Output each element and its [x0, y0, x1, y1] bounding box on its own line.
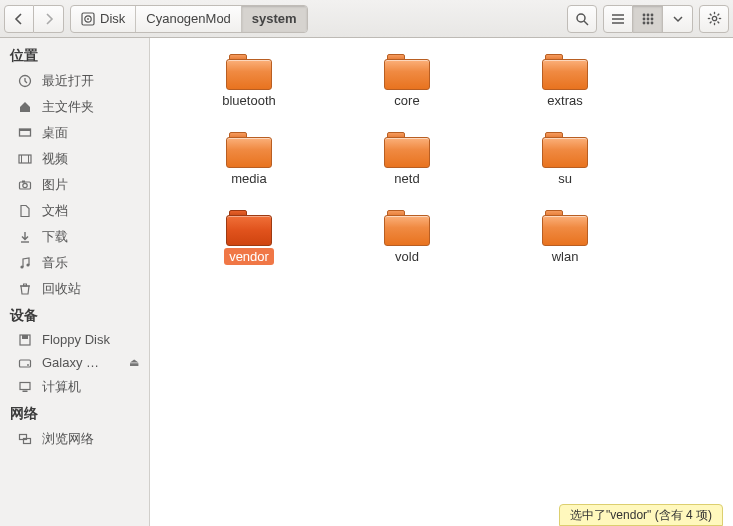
sidebar-item[interactable]: 下载	[0, 224, 149, 250]
sidebar-item-label: 下载	[42, 228, 68, 246]
icon-view-button[interactable]	[633, 5, 663, 33]
folder-item[interactable]: media	[170, 130, 328, 208]
folder-item[interactable]: su	[486, 130, 644, 208]
file-view[interactable]: bluetoothcoreextrasmedianetdsuvendorvold…	[150, 38, 733, 526]
svg-line-22	[709, 14, 711, 16]
svg-point-13	[650, 17, 653, 20]
home-icon	[18, 100, 34, 114]
sidebar-item-label: 文档	[42, 202, 68, 220]
svg-rect-45	[23, 391, 28, 393]
svg-point-12	[646, 17, 649, 20]
svg-point-2	[87, 18, 89, 20]
camera-icon	[18, 178, 34, 192]
view-switcher	[603, 5, 693, 33]
svg-point-36	[20, 265, 23, 268]
sidebar-item[interactable]: 文档	[0, 198, 149, 224]
sidebar: 位置最近打开主文件夹桌面视频图片文档下载音乐回收站设备Floppy DiskGa…	[0, 38, 150, 526]
view-dropdown-button[interactable]	[663, 5, 693, 33]
list-view-button[interactable]	[603, 5, 633, 33]
icon-grid: bluetoothcoreextrasmedianetdsuvendorvold…	[150, 38, 733, 300]
sidebar-item[interactable]: 音乐	[0, 250, 149, 276]
grid-icon	[642, 13, 654, 25]
nav-back-forward	[4, 5, 64, 33]
svg-point-43	[27, 364, 29, 366]
svg-point-3	[577, 14, 585, 22]
menu-button[interactable]	[699, 5, 729, 33]
path-label: system	[252, 11, 297, 26]
sidebar-item-label: 最近打开	[42, 72, 94, 90]
svg-point-33	[23, 183, 27, 187]
folder-icon	[384, 132, 430, 168]
folder-item[interactable]: wlan	[486, 208, 644, 286]
sidebar-item[interactable]: 主文件夹	[0, 94, 149, 120]
svg-rect-41	[22, 335, 28, 339]
search-icon	[575, 12, 589, 26]
sidebar-item[interactable]: 计算机	[0, 374, 149, 400]
desk-icon	[18, 126, 34, 140]
sidebar-item-label: 回收站	[42, 280, 81, 298]
svg-rect-42	[20, 360, 31, 367]
folder-icon	[542, 210, 588, 246]
sidebar-item[interactable]: 视频	[0, 146, 149, 172]
music-icon	[18, 256, 34, 270]
path-segment-cyanogen[interactable]: CyanogenMod	[136, 6, 242, 32]
sidebar-item-label: 音乐	[42, 254, 68, 272]
back-button[interactable]	[4, 5, 34, 33]
sidebar-item-label: 浏览网络	[42, 430, 94, 448]
sidebar-item[interactable]: 浏览网络	[0, 426, 149, 452]
sidebar-item[interactable]: 桌面	[0, 120, 149, 146]
path-segment-disk[interactable]: Disk	[71, 6, 136, 32]
sidebar-heading: 网络	[0, 400, 149, 426]
search-button[interactable]	[567, 5, 597, 33]
svg-point-16	[650, 21, 653, 24]
folder-icon	[226, 54, 272, 90]
path-segment-system[interactable]: system	[242, 6, 307, 32]
folder-item[interactable]: vendor	[170, 208, 328, 286]
sidebar-item[interactable]: Galaxy …⏏	[0, 351, 149, 374]
sidebar-item-label: 视频	[42, 150, 68, 168]
toolbar: Disk CyanogenMod system	[0, 0, 733, 38]
net-icon	[18, 432, 34, 446]
folder-item[interactable]: core	[328, 52, 486, 130]
folder-label: core	[389, 92, 424, 109]
folder-label: netd	[389, 170, 424, 187]
svg-line-25	[709, 22, 711, 24]
sidebar-item[interactable]: 回收站	[0, 276, 149, 302]
svg-line-4	[584, 21, 588, 25]
folder-item[interactable]: vold	[328, 208, 486, 286]
svg-point-15	[646, 21, 649, 24]
sidebar-item[interactable]: Floppy Disk	[0, 328, 149, 351]
svg-rect-29	[19, 155, 31, 163]
svg-point-8	[642, 13, 645, 16]
folder-icon	[226, 132, 272, 168]
folder-icon	[542, 132, 588, 168]
sidebar-item-label: 主文件夹	[42, 98, 94, 116]
svg-point-9	[646, 13, 649, 16]
sidebar-item[interactable]: 最近打开	[0, 68, 149, 94]
folder-label: media	[226, 170, 271, 187]
sidebar-item-label: Floppy Disk	[42, 332, 110, 347]
folder-item[interactable]: extras	[486, 52, 644, 130]
svg-point-17	[712, 16, 716, 20]
svg-point-11	[642, 17, 645, 20]
folder-icon	[226, 210, 272, 246]
eject-icon[interactable]: ⏏	[129, 356, 139, 369]
path-bar: Disk CyanogenMod system	[70, 5, 308, 33]
path-label: CyanogenMod	[146, 11, 231, 26]
content-area: 位置最近打开主文件夹桌面视频图片文档下载音乐回收站设备Floppy DiskGa…	[0, 38, 733, 526]
svg-line-23	[717, 22, 719, 24]
doc-icon	[18, 204, 34, 218]
trash-icon	[18, 282, 34, 296]
video-icon	[18, 152, 34, 166]
svg-rect-44	[20, 383, 30, 390]
sidebar-item[interactable]: 图片	[0, 172, 149, 198]
folder-item[interactable]: bluetooth	[170, 52, 328, 130]
sidebar-item-label: 计算机	[42, 378, 81, 396]
forward-button[interactable]	[34, 5, 64, 33]
folder-label: extras	[542, 92, 587, 109]
gear-icon	[707, 11, 722, 26]
folder-item[interactable]: netd	[328, 130, 486, 208]
svg-point-14	[642, 21, 645, 24]
chevron-down-icon	[673, 15, 683, 23]
folder-icon	[542, 54, 588, 90]
